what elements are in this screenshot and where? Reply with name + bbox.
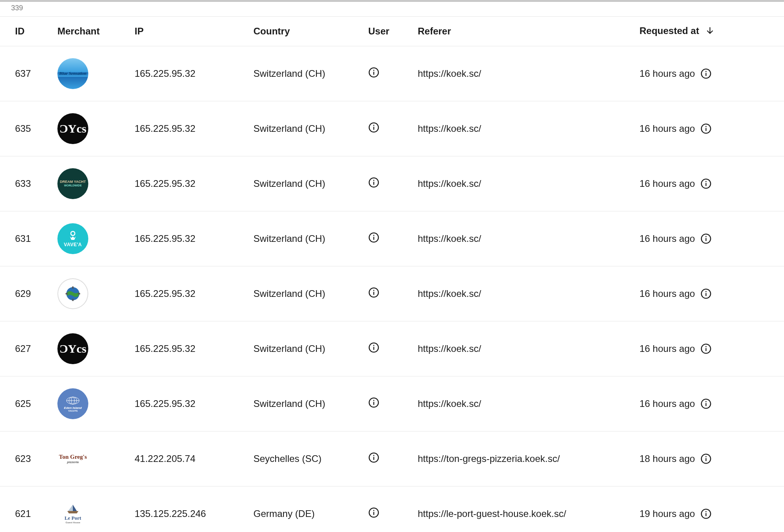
cell-country: Switzerland (CH) xyxy=(253,101,368,156)
col-header-referer[interactable]: Referer xyxy=(418,17,639,46)
cell-referer: https://koek.sc/ xyxy=(418,266,639,321)
user-info-icon[interactable] xyxy=(368,177,379,188)
cell-ip: 135.125.225.246 xyxy=(135,486,253,532)
table-row[interactable]: 629165.225.95.32Switzerland (CH)https://… xyxy=(0,266,784,321)
cell-referer: https://koek.sc/ xyxy=(418,46,639,101)
cell-requested-at: 16 hours ago xyxy=(639,266,784,321)
cell-merchant: Ton Greg'spizzeria xyxy=(57,431,135,486)
cell-user xyxy=(368,376,418,431)
requested-at-info-icon[interactable] xyxy=(700,288,712,299)
col-header-merchant[interactable]: Merchant xyxy=(57,17,135,46)
user-info-icon[interactable] xyxy=(368,397,379,408)
cell-id: 631 xyxy=(0,211,57,266)
requested-at-info-icon[interactable] xyxy=(700,398,712,409)
cell-user xyxy=(368,211,418,266)
col-header-requested-at-label: Requested at xyxy=(639,25,699,36)
requested-at-info-icon[interactable] xyxy=(700,68,712,79)
table-row[interactable]: 625Eden IslandYACHTS165.225.95.32Switzer… xyxy=(0,376,784,431)
requested-at-info-icon[interactable] xyxy=(700,453,712,464)
cell-merchant: CYcs xyxy=(57,321,135,376)
table-row[interactable]: 631VAVE'A165.225.95.32Switzerland (CH)ht… xyxy=(0,211,784,266)
requested-at-text: 16 hours ago xyxy=(639,233,695,244)
cell-user xyxy=(368,101,418,156)
svg-rect-27 xyxy=(72,298,74,301)
cell-ip: 165.225.95.32 xyxy=(135,321,253,376)
cell-merchant xyxy=(57,266,135,321)
cell-requested-at: 16 hours ago xyxy=(639,321,784,376)
table-row[interactable]: 637Blue Sensation165.225.95.32Switzerlan… xyxy=(0,46,784,101)
svg-point-57 xyxy=(706,456,707,457)
user-info-icon[interactable] xyxy=(368,452,379,463)
svg-marker-58 xyxy=(68,505,73,511)
svg-point-3 xyxy=(373,70,375,71)
table-row[interactable]: 621Le PortGuest House135.125.225.246Germ… xyxy=(0,486,784,532)
cell-user xyxy=(368,431,418,486)
svg-point-6 xyxy=(706,71,707,72)
requested-at-info-icon[interactable] xyxy=(700,343,712,354)
svg-point-54 xyxy=(373,455,375,456)
cell-country: Germany (DE) xyxy=(253,486,368,532)
svg-point-12 xyxy=(706,126,707,127)
svg-point-41 xyxy=(706,346,707,347)
table-row[interactable]: 623Ton Greg'spizzeria41.222.205.74Seyche… xyxy=(0,431,784,486)
cell-id: 623 xyxy=(0,431,57,486)
requested-at-text: 18 hours ago xyxy=(639,453,695,464)
cell-id: 637 xyxy=(0,46,57,101)
cell-country: Switzerland (CH) xyxy=(253,321,368,376)
requested-at-info-icon[interactable] xyxy=(700,233,712,244)
svg-rect-29 xyxy=(78,293,80,294)
cell-country: Switzerland (CH) xyxy=(253,266,368,321)
col-header-requested-at[interactable]: Requested at xyxy=(639,17,784,46)
cell-ip: 165.225.95.32 xyxy=(135,101,253,156)
cell-requested-at: 16 hours ago xyxy=(639,101,784,156)
cell-requested-at: 16 hours ago xyxy=(639,156,784,211)
requested-at-text: 16 hours ago xyxy=(639,178,695,189)
cell-merchant: Blue Sensation xyxy=(57,46,135,101)
svg-point-48 xyxy=(373,400,375,401)
cell-id: 627 xyxy=(0,321,57,376)
col-header-country[interactable]: Country xyxy=(253,17,368,46)
col-header-user[interactable]: User xyxy=(368,17,418,46)
cell-id: 635 xyxy=(0,101,57,156)
requested-at-text: 16 hours ago xyxy=(639,68,695,79)
requested-at-text: 16 hours ago xyxy=(639,288,695,299)
svg-point-35 xyxy=(706,291,707,292)
svg-point-18 xyxy=(706,181,707,182)
requested-at-info-icon[interactable] xyxy=(700,123,712,134)
requested-at-text: 19 hours ago xyxy=(639,508,695,519)
cell-merchant: Eden IslandYACHTS xyxy=(57,376,135,431)
table-row[interactable]: 633DREAM YACHTWORLDWIDE165.225.95.32Swit… xyxy=(0,156,784,211)
cell-requested-at: 19 hours ago xyxy=(639,486,784,532)
cell-country: Switzerland (CH) xyxy=(253,156,368,211)
svg-point-38 xyxy=(373,345,375,346)
table-row[interactable]: 635CYcs165.225.95.32Switzerland (CH)http… xyxy=(0,101,784,156)
cell-ip: 165.225.95.32 xyxy=(135,46,253,101)
cell-country: Switzerland (CH) xyxy=(253,211,368,266)
user-info-icon[interactable] xyxy=(368,342,379,353)
cell-ip: 165.225.95.32 xyxy=(135,266,253,321)
requested-at-info-icon[interactable] xyxy=(700,178,712,189)
cell-user xyxy=(368,46,418,101)
cell-merchant: VAVE'A xyxy=(57,211,135,266)
cell-user xyxy=(368,266,418,321)
user-info-icon[interactable] xyxy=(368,287,379,298)
requested-at-text: 16 hours ago xyxy=(639,398,695,409)
user-info-icon[interactable] xyxy=(368,122,379,133)
table-row[interactable]: 627CYcs165.225.95.32Switzerland (CH)http… xyxy=(0,321,784,376)
svg-rect-26 xyxy=(72,286,74,289)
user-info-icon[interactable] xyxy=(368,507,379,518)
cell-merchant: CYcs xyxy=(57,101,135,156)
requested-at-info-icon[interactable] xyxy=(700,508,712,519)
col-header-ip[interactable]: IP xyxy=(135,17,253,46)
user-info-icon[interactable] xyxy=(368,232,379,243)
col-header-id[interactable]: ID xyxy=(0,17,57,46)
requested-at-text: 16 hours ago xyxy=(639,343,695,354)
svg-point-9 xyxy=(373,125,375,126)
cell-id: 629 xyxy=(0,266,57,321)
svg-marker-59 xyxy=(73,505,77,511)
cell-id: 625 xyxy=(0,376,57,431)
user-info-icon[interactable] xyxy=(368,67,379,78)
svg-point-32 xyxy=(373,290,375,291)
requested-at-text: 16 hours ago xyxy=(639,123,695,134)
cell-referer: https://koek.sc/ xyxy=(418,321,639,376)
